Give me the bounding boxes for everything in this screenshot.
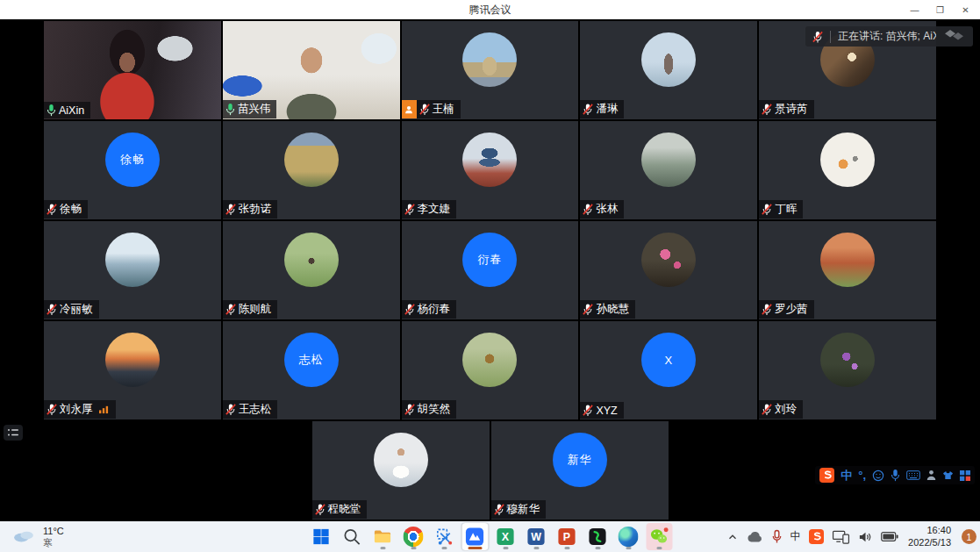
svg-text:W: W: [531, 531, 541, 543]
tencent-meeting-app-icon[interactable]: [461, 523, 488, 550]
keyboard-icon[interactable]: [906, 470, 920, 480]
edge-app-icon[interactable]: [615, 523, 641, 550]
sogou-input-icon[interactable]: [809, 529, 824, 544]
voice-mic-icon[interactable]: [891, 469, 900, 482]
excel-app-icon[interactable]: X: [492, 523, 519, 550]
hidden-icons-chevron-icon[interactable]: [726, 531, 739, 543]
participant-tile-6[interactable]: 张勃诺: [223, 121, 400, 219]
participant-tile-13[interactable]: 孙晓慧: [580, 221, 757, 319]
participant-tile-20[interactable]: 程晓堂: [312, 421, 490, 520]
mic-muted-icon: [225, 303, 236, 316]
avatar: [105, 333, 160, 387]
participant-tile-9[interactable]: 丁晖: [759, 121, 936, 219]
cast-display-icon[interactable]: [832, 530, 850, 544]
microphone-in-use-icon[interactable]: [771, 529, 783, 544]
participant-tile-1[interactable]: 苗兴伟: [223, 21, 400, 119]
participant-tile-17[interactable]: 胡笑然: [402, 321, 579, 419]
battery-icon[interactable]: [881, 532, 898, 541]
avatar: [462, 32, 517, 87]
cloud-weather-icon: [12, 527, 36, 546]
weather-widget[interactable]: 11°C 寒: [7, 521, 69, 552]
participant-name: 张勃诺: [239, 202, 272, 217]
participant-name-bar: AiXin: [44, 102, 90, 118]
participant-name-bar: 胡笑然: [402, 400, 457, 419]
green-s-app-app-icon[interactable]: [584, 523, 611, 550]
participant-tile-5[interactable]: 徐畅 徐畅: [44, 121, 221, 219]
participant-tile-16[interactable]: 志松 王志松: [223, 321, 400, 419]
powerpoint-app-icon[interactable]: P: [554, 523, 580, 550]
participant-tile-15[interactable]: 刘永厚: [44, 321, 221, 419]
participant-tile-21[interactable]: 新华 穆新华: [491, 421, 669, 520]
notification-count-badge[interactable]: 1: [962, 529, 976, 544]
avatar: [284, 133, 339, 187]
participant-name: 罗少茜: [775, 302, 808, 317]
participant-name-bar: 穆新华: [491, 500, 547, 519]
avatar: 新华: [553, 433, 607, 487]
mic-muted-icon: [419, 103, 430, 116]
participant-tile-14[interactable]: 罗少茜: [759, 221, 936, 319]
toolbox-grid-icon[interactable]: [960, 470, 970, 481]
weather-condition: 寒: [43, 537, 64, 548]
mic-muted-icon: [762, 303, 772, 316]
search-app-icon[interactable]: [339, 523, 365, 550]
mic-muted-icon: [404, 403, 415, 416]
participant-tile-18[interactable]: X XYZ: [580, 321, 757, 419]
participant-tile-3[interactable]: 潘琳: [580, 21, 757, 119]
taskbar-app-icons: XWP: [308, 521, 672, 552]
participant-tile-10[interactable]: 冷丽敏: [44, 221, 221, 319]
punctuation-icon[interactable]: °,: [858, 470, 866, 481]
participant-name: 刘永厚: [60, 402, 93, 417]
participant-tile-2[interactable]: 王楠: [402, 21, 579, 119]
emoji-icon[interactable]: [872, 470, 884, 482]
file-explorer-app-icon[interactable]: [369, 523, 396, 550]
member-list-toggle-icon[interactable]: [4, 425, 23, 444]
onedrive-cloud-icon[interactable]: [747, 531, 763, 542]
participant-tile-11[interactable]: 陈则航: [223, 221, 400, 319]
person-icon[interactable]: [926, 470, 936, 481]
speaker-icon[interactable]: [858, 531, 873, 543]
mic-muted-icon: [46, 303, 57, 316]
participant-name: 胡笑然: [418, 402, 451, 417]
word-app-icon[interactable]: W: [523, 523, 549, 550]
chinese-mode-icon[interactable]: 中: [841, 470, 852, 481]
wechat-app-icon[interactable]: [646, 523, 672, 550]
participant-tile-12[interactable]: 衍春 杨衍春: [402, 221, 579, 319]
start-app-icon[interactable]: [308, 523, 334, 550]
mic-on-icon: [46, 104, 56, 117]
participant-tile-8[interactable]: 张林: [580, 121, 757, 219]
host-badge-icon: [402, 100, 417, 118]
taskbar-clock[interactable]: 16:40 2022/5/13: [908, 525, 951, 548]
participant-name: 苗兴伟: [238, 102, 271, 117]
participant-grid-bottom-row: 程晓堂 新华 穆新华: [44, 421, 936, 520]
avatar: 志松: [284, 333, 339, 387]
weather-temperature: 11°C: [43, 526, 64, 537]
participant-name-bar: 丁晖: [759, 200, 803, 219]
participant-name: 孙晓慧: [596, 302, 629, 317]
participant-name-bar: 陈则航: [223, 300, 278, 319]
avatar: 徐畅: [105, 133, 160, 187]
skin-shirt-icon[interactable]: [942, 470, 954, 480]
participant-tile-19[interactable]: 刘玲: [759, 321, 936, 419]
snip-tool-app-icon[interactable]: [431, 523, 457, 550]
mic-muted-icon: [762, 203, 772, 216]
participant-name: 陈则航: [239, 302, 272, 317]
avatar: [374, 433, 428, 487]
mic-muted-icon: [315, 503, 325, 516]
participant-name: 王楠: [433, 102, 454, 117]
participant-name-bar: 冷丽敏: [44, 300, 99, 319]
window-title: 腾讯会议: [469, 3, 511, 18]
mic-on-icon: [225, 103, 235, 116]
participant-tile-7[interactable]: 李文婕: [402, 121, 579, 219]
clock-date: 2022/5/13: [908, 537, 951, 548]
participant-name: 穆新华: [507, 502, 540, 517]
window-controls: — ❐ ✕: [902, 0, 978, 19]
chrome-app-icon[interactable]: [400, 523, 426, 550]
ime-language-indicator[interactable]: 中: [790, 529, 802, 544]
sogou-logo-icon[interactable]: [819, 468, 834, 483]
view-switch-icon[interactable]: [943, 29, 966, 44]
participant-tile-0[interactable]: AiXin: [44, 21, 221, 119]
avatar: X: [641, 333, 696, 387]
restore-button[interactable]: ❐: [927, 0, 953, 19]
close-button[interactable]: ✕: [953, 0, 978, 19]
minimize-button[interactable]: —: [902, 0, 927, 19]
